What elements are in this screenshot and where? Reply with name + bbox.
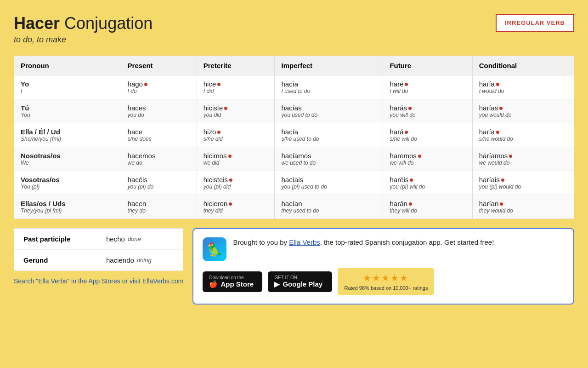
col-pronoun: Pronoun — [14, 56, 121, 75]
table-row: Ellas/os / UdsThey/you (pl fml)hacenthey… — [14, 195, 574, 219]
irregular-dot — [409, 202, 412, 206]
promo-description: Brought to you by Ella Verbs, the top-ra… — [233, 237, 494, 248]
search-text-label: Search "Ella Verbs" in the App Stores or — [14, 277, 130, 285]
col-present: Present — [121, 56, 197, 75]
conditional-cell: haríanthey would do — [472, 195, 574, 219]
col-imperfect: Imperfect — [275, 56, 383, 75]
ella-verbs-link[interactable]: visit EllaVerbs.com — [130, 277, 183, 285]
google-play-large-text: ▶ Google Play — [274, 280, 322, 288]
ella-verbs-app-link[interactable]: Ella Verbs — [289, 238, 320, 246]
irregular-dot — [496, 83, 499, 86]
past-participle-label: Past participle — [23, 235, 106, 243]
pronoun-cell: Nosotras/osWe — [14, 147, 121, 171]
title-rest: Conjugation — [60, 14, 153, 33]
col-conditional: Conditional — [472, 56, 574, 75]
pronoun-cell: TúYou — [14, 99, 121, 123]
imperfect-cell: hacíanthey used to do — [275, 195, 383, 219]
future-cell: haréisyou (pl) will do — [383, 171, 472, 195]
imperfect-cell: hacíaisyou (pl) used to do — [275, 171, 383, 195]
preterite-cell: hizos/he did — [197, 123, 275, 147]
irregular-dot — [229, 178, 232, 182]
pronoun-cell: Ellas/os / UdsThey/you (pl fml) — [14, 195, 121, 219]
irregular-dot — [144, 83, 147, 86]
rating-text: Rated 98% based on 10,000+ ratings — [344, 285, 428, 291]
irregular-dot — [500, 202, 503, 206]
promo-buttons: Download on the 🍎 App Store GET IT ON ▶ … — [203, 268, 564, 295]
star-rating: ★★★★★ — [363, 272, 409, 283]
pronoun-cell: YoI — [14, 75, 121, 99]
past-participle-row: Past participle hecho done — [14, 229, 183, 250]
irregular-verb-badge: IRREGULAR VERB — [496, 14, 574, 32]
irregular-dot — [499, 107, 503, 110]
bottom-section: Past participle hecho done Gerund hacien… — [14, 228, 574, 305]
promo-card: 🦜 Brought to you by Ella Verbs, the top-… — [192, 228, 574, 305]
table-row: Vosotras/osYou (pl)hacéisyou (pl) dohici… — [14, 171, 574, 195]
future-cell: harásyou will do — [383, 99, 472, 123]
preterite-cell: hicisteisyou (pl) did — [197, 171, 275, 195]
page-header: Hacer Conjugation to do, to make IRREGUL… — [14, 14, 574, 45]
table-row: YoIhagoI dohiceI didhacíaI used to dohar… — [14, 75, 574, 99]
rating-badge: ★★★★★ Rated 98% based on 10,000+ ratings — [338, 268, 434, 295]
search-text-block: Search "Ella Verbs" in the App Stores or… — [14, 277, 183, 285]
imperfect-cell: hacíasyou used to do — [275, 99, 383, 123]
conditional-cell: haríaisyou (pl) would do — [472, 171, 574, 195]
preterite-cell: hicisteyou did — [197, 99, 275, 123]
table-header-row: Pronoun Present Preterite Imperfect Futu… — [14, 56, 574, 75]
present-cell: hacesyou do — [121, 99, 197, 123]
verb-translation: to do, to make — [14, 35, 153, 45]
imperfect-cell: hacías/he used to do — [275, 123, 383, 147]
conditional-cell: haríamoswe would do — [472, 147, 574, 171]
pronoun-cell: Vosotras/osYou (pl) — [14, 171, 121, 195]
irregular-dot — [501, 178, 504, 182]
preterite-cell: hicieronthey did — [197, 195, 275, 219]
conditional-cell: haríasyou would do — [472, 99, 574, 123]
irregular-dot — [217, 83, 220, 86]
apple-icon: 🍎 — [209, 280, 218, 288]
participle-table: Past participle hecho done Gerund hacien… — [14, 228, 183, 271]
participle-section: Past participle hecho done Gerund hacien… — [14, 228, 183, 285]
gerund-sub: doing — [137, 257, 152, 264]
irregular-dot — [408, 107, 412, 110]
promo-text-pre: Brought to you by — [233, 238, 289, 246]
future-cell: haránthey will do — [383, 195, 472, 219]
promo-top: 🦜 Brought to you by Ella Verbs, the top-… — [203, 237, 564, 261]
google-play-icon: ▶ — [274, 280, 280, 288]
irregular-dot — [496, 131, 499, 134]
imperfect-cell: hacíaI used to do — [275, 75, 383, 99]
irregular-dot — [410, 178, 413, 182]
google-play-small-text: GET IT ON — [274, 275, 297, 280]
irregular-dot — [405, 83, 408, 86]
irregular-dot — [229, 202, 232, 206]
future-cell: harás/he will do — [383, 123, 472, 147]
gerund-value: haciendo — [106, 256, 134, 264]
preterite-cell: hiceI did — [197, 75, 275, 99]
col-preterite: Preterite — [197, 56, 275, 75]
irregular-dot — [224, 107, 227, 110]
conditional-cell: haríaI would do — [472, 75, 574, 99]
preterite-cell: hicimoswe did — [197, 147, 275, 171]
gerund-label: Gerund — [23, 256, 106, 264]
page-title: Hacer Conjugation — [14, 14, 153, 33]
app-icon: 🦜 — [203, 237, 226, 261]
title-block: Hacer Conjugation to do, to make — [14, 14, 153, 45]
app-store-button[interactable]: Download on the 🍎 App Store — [203, 271, 262, 292]
app-store-small-text: Download on the — [209, 275, 243, 280]
present-cell: hacenthey do — [121, 195, 197, 219]
imperfect-cell: hacíamoswe used to do — [275, 147, 383, 171]
verb-name: Hacer — [14, 14, 60, 33]
gerund-row: Gerund haciendo doing — [14, 250, 183, 270]
table-row: Ella / Él / UdShe/he/you (fml)haces/he d… — [14, 123, 574, 147]
present-cell: hagoI do — [121, 75, 197, 99]
irregular-dot — [509, 155, 512, 158]
app-store-large-text: 🍎 App Store — [209, 280, 254, 288]
past-participle-sub: done — [128, 236, 141, 242]
col-future: Future — [383, 56, 472, 75]
pronoun-cell: Ella / Él / UdShe/he/you (fml) — [14, 123, 121, 147]
google-play-button[interactable]: GET IT ON ▶ Google Play — [268, 271, 332, 292]
conjugation-table: Pronoun Present Preterite Imperfect Futu… — [14, 56, 574, 219]
present-cell: hacemoswe do — [121, 147, 197, 171]
future-cell: haréI will do — [383, 75, 472, 99]
conditional-cell: harías/he would do — [472, 123, 574, 147]
table-row: TúYouhacesyou dohicisteyou didhacíasyou … — [14, 99, 574, 123]
irregular-dot — [418, 155, 421, 158]
